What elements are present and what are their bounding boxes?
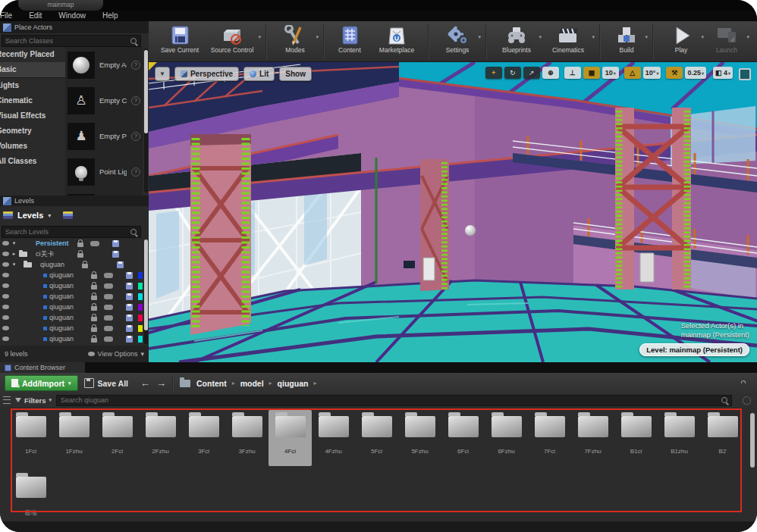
- place-actor-item[interactable]: Point Ligh ?: [65, 154, 143, 189]
- category-item[interactable]: Lights: [0, 78, 65, 93]
- gamepad-icon[interactable]: [104, 273, 113, 278]
- expand-arrow-icon[interactable]: ▾: [11, 240, 17, 246]
- gamepad-icon[interactable]: [104, 294, 113, 299]
- cinematics-button[interactable]: ▾ Cinematics: [542, 23, 595, 60]
- camera-speed-button[interactable]: ◧ 4▾: [713, 67, 733, 79]
- asset-folder[interactable]: B2: [701, 410, 744, 466]
- asset-grid-scrollbar[interactable]: [750, 413, 755, 468]
- level-row[interactable]: qiuguan: [0, 333, 143, 344]
- scale-snap-value[interactable]: 0.25▾: [685, 67, 706, 79]
- visibility-eye-icon[interactable]: [2, 305, 9, 309]
- asset-folder[interactable]: 基地: [9, 471, 52, 521]
- visibility-eye-icon[interactable]: [2, 336, 9, 341]
- filters-button[interactable]: Filters ▾: [15, 396, 52, 405]
- level-row[interactable]: qiuguan: [0, 312, 143, 323]
- save-current-button[interactable]: Save Current: [156, 23, 203, 60]
- levels-scrollbar[interactable]: [144, 239, 148, 344]
- place-actor-item[interactable]: Empty Ch ?: [65, 83, 143, 118]
- forward-arrow-button[interactable]: →: [156, 377, 166, 389]
- window-tab[interactable]: mainmap: [18, 0, 103, 11]
- save-level-icon[interactable]: [126, 325, 133, 332]
- help-question-icon[interactable]: ?: [131, 132, 140, 141]
- asset-folder[interactable]: 6Fci: [441, 410, 485, 466]
- visibility-eye-icon[interactable]: [2, 326, 9, 330]
- lock-icon[interactable]: [82, 264, 88, 268]
- category-item[interactable]: Geometry: [0, 124, 65, 139]
- menu-item[interactable]: Help: [102, 11, 118, 21]
- surface-snap-icon[interactable]: ⊥: [564, 67, 581, 79]
- level-color-swatch[interactable]: [138, 315, 143, 321]
- scale-snap-icon[interactable]: ⚒: [666, 67, 683, 79]
- gamepad-icon[interactable]: [104, 315, 113, 321]
- asset-folder[interactable]: 3Fci: [182, 410, 225, 466]
- help-question-icon[interactable]: ?: [131, 167, 140, 177]
- modes-button[interactable]: ▾ Modes: [272, 23, 319, 60]
- level-row[interactable]: ▸ ci关卡: [0, 249, 143, 259]
- level-row[interactable]: qiuguan: [0, 270, 143, 280]
- category-item[interactable]: Cinematic: [0, 93, 65, 108]
- visibility-eye-icon[interactable]: [2, 273, 9, 277]
- play-button[interactable]: ▾ Play: [658, 23, 704, 60]
- lock-icon[interactable]: [77, 243, 83, 247]
- lock-icon[interactable]: [91, 327, 97, 332]
- menu-item[interactable]: Edit: [29, 11, 42, 21]
- view-settings-icon[interactable]: [743, 396, 751, 405]
- save-level-icon[interactable]: [117, 261, 124, 268]
- level-row[interactable]: qiuguan: [0, 280, 143, 291]
- asset-folder[interactable]: 5Fzhu: [398, 410, 441, 466]
- lock-icon[interactable]: [91, 274, 97, 279]
- view-options-button[interactable]: View Options ▾: [88, 350, 144, 358]
- save-level-icon[interactable]: [112, 240, 119, 247]
- save-level-icon[interactable]: [126, 272, 133, 279]
- visibility-eye-icon[interactable]: [2, 241, 9, 246]
- level-color-swatch[interactable]: [138, 293, 143, 300]
- save-all-button[interactable]: Save All: [84, 378, 128, 388]
- level-row[interactable]: ▾ qiuguan: [0, 259, 143, 270]
- help-question-icon[interactable]: ?: [131, 96, 140, 105]
- save-level-icon[interactable]: [126, 293, 133, 300]
- menu-item[interactable]: Window: [58, 11, 86, 21]
- visibility-eye-icon[interactable]: [2, 315, 9, 320]
- asset-folder[interactable]: 2Fci: [96, 410, 139, 466]
- place-actor-item[interactable]: Empty Pa ?: [65, 118, 143, 154]
- gamepad-icon[interactable]: [104, 305, 113, 310]
- move-tool-icon[interactable]: +: [485, 67, 502, 79]
- grid-snap-icon[interactable]: ▦: [583, 67, 600, 79]
- place-actor-item[interactable]: Empty Ac ?: [65, 47, 143, 83]
- level-row[interactable]: ▾ Persistent: [0, 238, 143, 249]
- rotation-snap-value[interactable]: 10°▾: [643, 67, 661, 79]
- lock-icon[interactable]: [91, 317, 97, 321]
- marketplace-button[interactable]: Marketplace: [370, 23, 423, 60]
- rotation-snap-icon[interactable]: △: [624, 67, 641, 79]
- perspective-button[interactable]: Perspective: [174, 67, 239, 81]
- level-color-swatch[interactable]: [138, 304, 143, 311]
- asset-folder[interactable]: 1Fci: [9, 410, 52, 466]
- asset-folder[interactable]: B1ci: [614, 410, 658, 466]
- asset-folder[interactable]: 2Fzhu: [139, 410, 182, 466]
- gamepad-icon[interactable]: [104, 283, 113, 289]
- gamepad-icon[interactable]: [104, 336, 113, 342]
- category-item[interactable]: Basic: [0, 62, 65, 78]
- settings-button[interactable]: ▾ Settings: [434, 23, 481, 60]
- menu-item[interactable]: File: [0, 11, 12, 21]
- build-button[interactable]: ▾ Build: [605, 23, 648, 60]
- category-item[interactable]: Visual Effects: [0, 108, 65, 124]
- viewport-options-button[interactable]: ▼: [155, 67, 170, 81]
- add-import-button[interactable]: Add/Import ▾: [5, 375, 78, 391]
- place-actors-tab[interactable]: Place Actors: [0, 21, 149, 33]
- asset-folder[interactable]: 1Fzhu: [52, 410, 96, 466]
- search-levels-input[interactable]: [2, 228, 130, 236]
- viewport-3d[interactable]: ▼ Perspective Lit Show + ↻ ↗ ⊕ ⊥ ▦ 10▾ △…: [149, 62, 757, 362]
- visibility-eye-icon[interactable]: [2, 294, 9, 299]
- breadcrumb-item[interactable]: Content: [196, 379, 227, 388]
- place-actor-item[interactable]: Player St ?: [65, 189, 143, 196]
- scale-tool-icon[interactable]: ↗: [523, 67, 540, 79]
- save-level-icon[interactable]: [112, 251, 119, 258]
- lock-icon[interactable]: [91, 296, 97, 300]
- level-color-swatch[interactable]: [138, 272, 143, 279]
- launch-button[interactable]: ▾ Launch: [704, 23, 749, 60]
- back-arrow-button[interactable]: ←: [140, 377, 150, 389]
- expand-arrow-icon[interactable]: ▸: [11, 251, 17, 257]
- levels-tab[interactable]: Levels: [0, 196, 149, 206]
- level-row[interactable]: qiuguan: [0, 291, 143, 302]
